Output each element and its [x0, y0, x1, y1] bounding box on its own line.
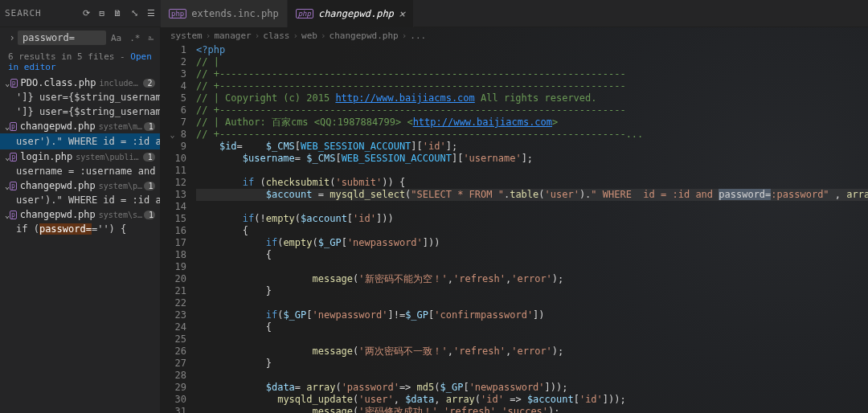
file-name: changepwd.php: [20, 209, 96, 220]
breadcrumb-sep: ›: [402, 31, 407, 41]
code-line[interactable]: {: [196, 249, 868, 261]
code-line[interactable]: if(!empty($account['id'])): [196, 213, 868, 225]
php-file-icon: p: [10, 153, 17, 162]
tab-label: extends.inc.php: [191, 8, 278, 19]
code-line[interactable]: // | Copyright (c) 2015 http://www.baiji…: [196, 92, 868, 104]
search-file-row[interactable]: ⌄pPDO.class.phpincludes\lib\pdo2: [0, 76, 160, 90]
new-search-editor-icon[interactable]: 🗎: [113, 8, 123, 18]
php-file-icon: p: [10, 79, 18, 88]
line-number: 26: [161, 346, 186, 358]
code-line[interactable]: [196, 297, 868, 309]
breadcrumb-item[interactable]: changepwd.php: [330, 31, 399, 41]
collapse-all-icon[interactable]: ⤡: [131, 8, 139, 18]
breadcrumb-item[interactable]: ...: [410, 31, 426, 41]
search-option[interactable]: ⎁: [148, 33, 154, 43]
file-name: login.php: [20, 151, 72, 162]
search-option[interactable]: Aa: [111, 33, 121, 43]
code-line[interactable]: $data= array('password'=> md5($_GP['newp…: [196, 382, 868, 394]
main: › password= Aa.*⎁ 6 results in 5 files -…: [0, 27, 868, 413]
match-text: user')." WHERE id = :id and password=:pa…: [16, 136, 160, 147]
expand-all-icon[interactable]: ☰: [147, 8, 156, 18]
code-line[interactable]: }: [196, 358, 868, 370]
tab-changepwd.php[interactable]: phpchangepwd.php×: [288, 0, 415, 27]
code-line[interactable]: $username= $_CMS[WEB_SESSION_ACCOUNT]['u…: [196, 153, 868, 165]
breadcrumb-sep: ›: [321, 31, 326, 41]
search-input[interactable]: password=: [18, 31, 106, 45]
match-text: ']} user={$string_username} password={$s…: [16, 92, 160, 103]
search-expand-icon[interactable]: ›: [6, 32, 18, 43]
code-line[interactable]: // +------------------------------------…: [196, 129, 868, 141]
search-file-row[interactable]: ⌄pchangepwd.phpsystem\shopwap\template\.…: [0, 207, 160, 222]
search-match-row[interactable]: ']} user={$string_username} password={$s…: [0, 104, 160, 119]
line-number: ⌄ 8: [161, 129, 186, 141]
code-line[interactable]: // |: [196, 56, 868, 68]
breadcrumb-item[interactable]: web: [301, 31, 317, 41]
code-area[interactable]: 1234567⌄ 8910111213141516171819202122232…: [161, 44, 868, 413]
php-file-icon: p: [10, 122, 17, 131]
code-line[interactable]: }: [196, 285, 868, 297]
file-path: system\public\class\mobile: [76, 153, 143, 162]
breadcrumb[interactable]: system›manager›class›web›changepwd.php›.…: [161, 27, 868, 44]
line-number: 16: [161, 225, 186, 237]
code-content[interactable]: <?php// |// +---------------------------…: [196, 44, 868, 413]
search-match-row[interactable]: if (password=='') {: [0, 222, 160, 236]
line-number: 11: [161, 165, 186, 177]
line-number: 2: [161, 56, 186, 68]
code-line[interactable]: {: [196, 321, 868, 333]
search-option[interactable]: .*: [129, 33, 140, 43]
code-line[interactable]: <?php: [196, 44, 868, 56]
code-line[interactable]: message('密码修改成功！','refresh','succes');: [196, 406, 868, 413]
code-line[interactable]: // +------------------------------------…: [196, 80, 868, 92]
code-line[interactable]: [196, 261, 868, 273]
code-line[interactable]: [196, 333, 868, 346]
code-line[interactable]: // | Author: 百家cms <QQ:1987884799> <http…: [196, 117, 868, 129]
code-line[interactable]: // +------------------------------------…: [196, 68, 868, 80]
tab-close-icon[interactable]: ×: [399, 7, 405, 20]
line-number: 22: [161, 297, 186, 309]
code-line[interactable]: mysqld_update('user', $data, array('id' …: [196, 394, 868, 406]
search-file-row[interactable]: ⌄plogin.phpsystem\public\class\mobile1: [0, 149, 160, 164]
search-file-row[interactable]: ⌄pchangepwd.phpsystem\public\class\web1: [0, 178, 160, 193]
line-number: 31: [161, 406, 186, 413]
breadcrumb-sep: ›: [293, 31, 298, 41]
code-line[interactable]: if($_GP['newpassword']!=$_GP['confirmpas…: [196, 309, 868, 321]
php-file-icon: php: [169, 9, 186, 18]
tab-extends.inc.php[interactable]: phpextends.inc.php: [161, 0, 288, 27]
code-line[interactable]: message('新密码不能为空！','refresh','error');: [196, 273, 868, 285]
search-match-row[interactable]: user')." WHERE id = :id and password=:pa…: [0, 193, 160, 207]
code-line[interactable]: // +------------------------------------…: [196, 104, 868, 117]
php-file-icon: p: [10, 182, 17, 190]
search-match-row[interactable]: ']} user={$string_username} password={$s…: [0, 90, 160, 104]
php-file-icon: php: [296, 9, 313, 18]
code-line[interactable]: [196, 201, 868, 213]
breadcrumb-item[interactable]: class: [263, 31, 289, 41]
code-line[interactable]: message('两次密码不一致！','refresh','error');: [196, 346, 868, 358]
file-name: PDO.class.php: [21, 77, 96, 88]
code-line[interactable]: $account = mysqld_select("SELECT * FROM …: [196, 189, 868, 201]
line-number: 19: [161, 261, 186, 273]
line-number: 13: [161, 189, 186, 201]
code-line[interactable]: if (checksubmit('submit')) {: [196, 177, 868, 189]
code-line[interactable]: [196, 370, 868, 382]
results-summary: 6 results in 5 files: [8, 51, 114, 62]
code-line[interactable]: if(empty($_GP['newpassword'])): [196, 237, 868, 249]
refresh-icon[interactable]: ⟳: [83, 8, 91, 18]
search-match-row[interactable]: username = :username and password=:passw…: [0, 164, 160, 178]
code-line[interactable]: {: [196, 225, 868, 237]
file-path: system\manager\class\web: [99, 122, 144, 131]
code-line[interactable]: [196, 165, 868, 177]
match-count-badge: 1: [143, 153, 155, 162]
clear-search-icon[interactable]: ⊟: [99, 8, 105, 18]
search-match-row[interactable]: user')." WHERE id = :id and password=:pa…: [0, 133, 160, 149]
match-text: if (password=='') {: [16, 223, 126, 235]
breadcrumb-item[interactable]: manager: [214, 31, 251, 41]
search-query-text: password=: [23, 32, 75, 43]
match-count-badge: 1: [144, 122, 155, 131]
results-meta: 6 results in 5 files - Open in editor: [0, 48, 160, 76]
breadcrumb-item[interactable]: system: [170, 31, 203, 41]
file-path: system\public\class\web: [99, 182, 144, 190]
search-file-row[interactable]: ⌄pchangepwd.phpsystem\manager\class\web1: [0, 119, 160, 133]
tab-label: changepwd.php: [318, 8, 394, 19]
code-line[interactable]: $id= $_CMS[WEB_SESSION_ACCOUNT]['id'];: [196, 141, 868, 153]
editor-pane: system›manager›class›web›changepwd.php›.…: [161, 27, 868, 413]
